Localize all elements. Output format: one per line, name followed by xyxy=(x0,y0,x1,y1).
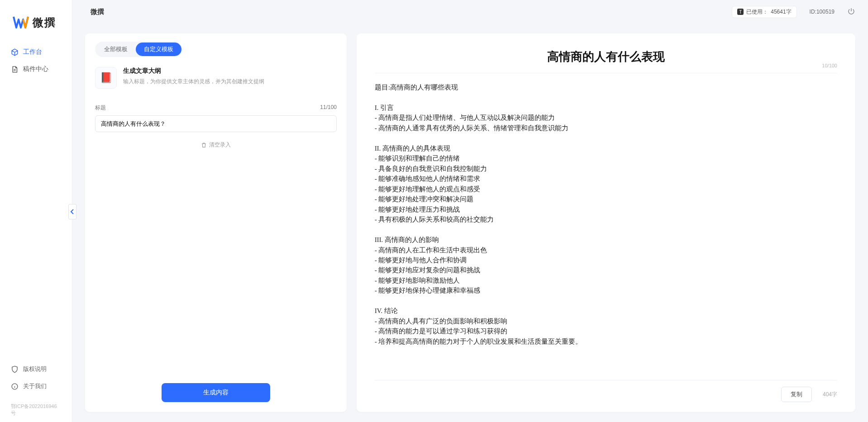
tab-all-templates[interactable]: 全部模板 xyxy=(96,43,136,56)
sidebar: 微撰 工作台 稿件中心 版权说明 关于我们 鄂ICP备2022016946号 xyxy=(0,0,72,422)
output-panel: 高情商的人有什么表现 10/100 题目:高情商的人有哪些表现 I. 引言 - … xyxy=(357,33,855,412)
usage-value: 45641字 xyxy=(771,8,791,16)
page-title: 微撰 xyxy=(85,8,104,16)
nav-about[interactable]: 关于我们 xyxy=(6,378,66,395)
doc-footer: 复制 404字 xyxy=(375,380,837,402)
usage-badge-icon: T xyxy=(737,9,744,15)
nav-label: 稿件中心 xyxy=(23,65,48,73)
template-card[interactable]: 📕 生成文章大纲 输入标题，为你提供文章主体的灵感，并为其创建推文提纲 xyxy=(95,67,337,89)
topbar: 微撰 T 已使用：45641字 ID:100519 xyxy=(72,0,868,24)
icp-text: 鄂ICP备2022016946号 xyxy=(0,403,72,422)
template-desc: 输入标题，为你提供文章主体的灵感，并为其创建推文提纲 xyxy=(123,78,264,85)
template-icon: 📕 xyxy=(95,67,117,89)
doc-title[interactable]: 高情商的人有什么表现 xyxy=(375,49,837,65)
sidebar-collapse-handle[interactable] xyxy=(68,204,76,219)
title-field-header: 标题 11/100 xyxy=(95,104,337,112)
nav-label: 关于我们 xyxy=(23,382,47,390)
template-panel: 全部模板 自定义模板 📕 生成文章大纲 输入标题，为你提供文章主体的灵感，并为其… xyxy=(85,33,347,412)
title-counter: 11/100 xyxy=(320,104,337,112)
document-icon xyxy=(11,66,19,73)
generate-button[interactable]: 生成内容 xyxy=(162,383,270,402)
info-icon xyxy=(11,383,19,390)
clear-label: 清空录入 xyxy=(209,141,231,149)
topbar-right: T 已使用：45641字 ID:100519 xyxy=(732,6,855,18)
nav-copyright[interactable]: 版权说明 xyxy=(6,360,66,378)
title-input[interactable] xyxy=(95,115,337,132)
clear-input-button[interactable]: 清空录入 xyxy=(201,141,231,149)
nav-label: 版权说明 xyxy=(23,365,47,373)
chevron-left-icon xyxy=(70,209,75,214)
user-id: ID:100519 xyxy=(810,9,835,15)
main: 全部模板 自定义模板 📕 生成文章大纲 输入标题，为你提供文章主体的灵感，并为其… xyxy=(72,24,868,422)
doc-body[interactable]: 题目:高情商的人有哪些表现 I. 引言 - 高情商是指人们处理情绪、与他人互动以… xyxy=(375,73,837,380)
word-count: 404字 xyxy=(823,391,837,398)
template-tabs: 全部模板 自定义模板 xyxy=(95,42,182,57)
doc-title-counter: 10/100 xyxy=(822,63,837,68)
sidebar-bottom: 版权说明 关于我们 xyxy=(0,360,72,403)
power-button[interactable] xyxy=(847,7,855,17)
power-icon xyxy=(847,7,855,15)
title-label: 标题 xyxy=(95,104,106,112)
cube-icon xyxy=(11,48,19,56)
logo: 微撰 xyxy=(0,0,72,43)
shield-icon xyxy=(11,365,19,373)
nav-label: 工作台 xyxy=(23,48,42,56)
nav-workbench[interactable]: 工作台 xyxy=(6,43,66,61)
doc-title-row: 高情商的人有什么表现 10/100 xyxy=(375,45,837,73)
tab-custom-templates[interactable]: 自定义模板 xyxy=(136,43,181,56)
nav-drafts[interactable]: 稿件中心 xyxy=(6,61,66,78)
logo-text: 微撰 xyxy=(33,15,56,30)
copy-button[interactable]: 复制 xyxy=(781,387,812,402)
trash-icon xyxy=(201,142,207,148)
usage-chip[interactable]: T 已使用：45641字 xyxy=(732,6,796,18)
nav: 工作台 稿件中心 xyxy=(0,43,72,78)
logo-icon xyxy=(13,16,29,29)
template-title: 生成文章大纲 xyxy=(123,67,264,75)
usage-label: 已使用： xyxy=(746,8,768,16)
